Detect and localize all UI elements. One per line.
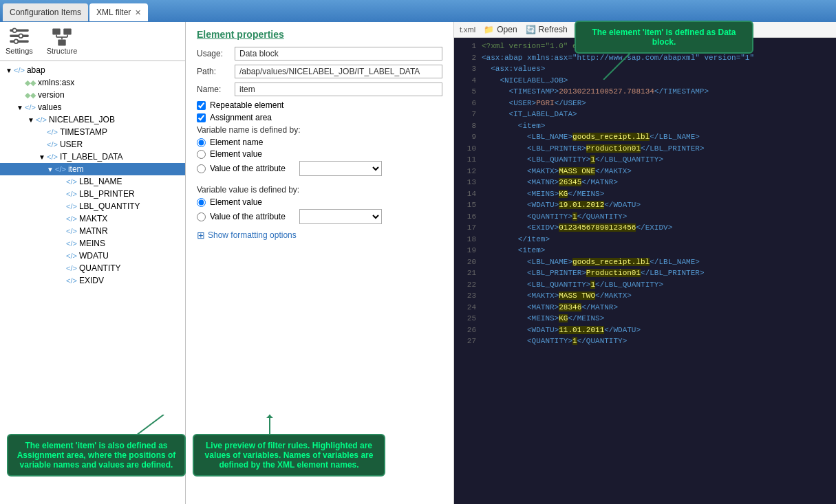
settings-button[interactable]: Settings [6, 28, 33, 55]
tree-item-maktx[interactable]: </> MAKTX [0, 212, 185, 225]
tree-item-user[interactable]: </> USER [0, 138, 185, 151]
line-number: 15 [460, 199, 476, 211]
tag-icon: </> [14, 66, 25, 74]
open-button[interactable]: 📁 Open [484, 25, 517, 34]
xml-line: 4 <NICELABEL_JOB> [460, 75, 830, 87]
callout-bottom-left: The element 'item' is also defined as As… [7, 434, 186, 476]
tag-icon: </> [47, 140, 58, 149]
xml-line: 18 </item> [460, 234, 830, 245]
line-number: 19 [460, 245, 476, 256]
line-text: <LBL_PRINTER>Production01</LBL_PRINTER> [482, 143, 704, 155]
line-number: 5 [460, 86, 476, 98]
svg-point-5 [14, 39, 18, 43]
path-row: Path: [197, 65, 442, 78]
line-text: <MAKTX>MASS TWO</MAKTX> [482, 290, 632, 302]
right-panel: Element properties Usage: Path: Name: [186, 22, 836, 504]
xml-line: 26 <WDATU>11.01.2011</WDATU> [460, 325, 830, 336]
radio-attr-value2[interactable] [197, 212, 206, 221]
line-text: <LBL_NAME>goods_receipt.lbl</LBL_NAME> [482, 256, 700, 268]
tree-item-exidv[interactable]: </> EXIDV [0, 274, 185, 287]
name-label: Name: [197, 85, 235, 94]
show-formatting-btn[interactable]: ⊞ Show formatting options [197, 230, 442, 241]
close-tab-icon[interactable]: ✕ [135, 8, 141, 17]
tag-icon: </> [66, 177, 77, 186]
tree-item-values[interactable]: ▼ </> values [0, 101, 185, 113]
var-value-section: Variable value is defined by: Element va… [197, 185, 442, 224]
assignment-checkbox[interactable] [197, 113, 206, 122]
usage-input[interactable] [235, 47, 442, 61]
xml-line: 27 <QUANTITY>1</QUANTITY> [460, 336, 830, 347]
callout-bottom-left-text: The element 'item' is also defined as As… [17, 441, 176, 470]
radio-attr-value2-row: Value of the attribute [197, 209, 442, 224]
tree-item-xmlns[interactable]: ◆◆ xmlns:asx [0, 76, 185, 89]
tag-icon: </> [66, 239, 77, 248]
assignment-label: Assignment area [210, 113, 272, 122]
tree-item-matnr[interactable]: </> MATNR [0, 225, 185, 237]
line-text: <LBL_QUANTITY>1</LBL_QUANTITY> [482, 279, 663, 291]
line-text: <EXIDV>01234567890123456</EXIDV> [482, 222, 672, 234]
radio-sections: Variable name is defined by: Element nam… [197, 125, 442, 178]
tree-item-meins[interactable]: </> MEINS [0, 237, 185, 250]
callout-bottom-center-text: Live preview of filter rules. Highlighte… [205, 441, 374, 470]
line-text: <MATNR>28346</MATNR> [482, 302, 618, 314]
radio-attr-value1[interactable] [197, 164, 206, 173]
line-number: 22 [460, 279, 476, 291]
tree-item-nicelabel[interactable]: ▼ </> NICELABEL_JOB [0, 113, 185, 126]
var-name-col: Variable name is defined by: Element nam… [197, 125, 442, 178]
tree-item-version[interactable]: ◆◆ version [0, 89, 185, 101]
usage-row: Usage: [197, 47, 442, 61]
line-text: <LBL_QUANTITY>1</LBL_QUANTITY> [482, 154, 663, 166]
tree-item-wdatu[interactable]: </> WDATU [0, 250, 185, 262]
tag-icon: </> [66, 252, 77, 260]
tree-item-lbl-printer[interactable]: </> LBL_PRINTER [0, 188, 185, 200]
xml-line: 19 <item> [460, 245, 830, 256]
expand-icon: ▼ [17, 104, 25, 111]
tree-item-timestamp[interactable]: </> TIMESTAMP [0, 126, 185, 138]
line-number: 21 [460, 267, 476, 279]
structure-icon [51, 28, 73, 47]
attr-select-1[interactable] [299, 161, 382, 176]
xml-line: 21 <LBL_PRINTER>Production01</LBL_PRINTE… [460, 267, 830, 279]
tag-icon: </> [66, 264, 77, 272]
radio-attr-value2-label: Value of the attribute [210, 212, 286, 221]
refresh-button[interactable]: 🔄 Refresh [526, 25, 568, 34]
tab-bar: Configuration Items XML filter ✕ [0, 0, 836, 22]
line-text: <IT_LABEL_DATA> [482, 109, 577, 120]
xml-line: 11 <LBL_QUANTITY>1</LBL_QUANTITY> [460, 154, 830, 166]
radio-element-name[interactable] [197, 138, 206, 147]
tree-item-abap[interactable]: ▼ </> abap [0, 64, 185, 76]
radio-element-value1-row: Element value [197, 149, 442, 159]
xml-filename: t.xml [460, 25, 475, 34]
expand-icon: ▼ [6, 67, 14, 74]
xml-line: 5 <TIMESTAMP>20130221100527.788134</TIME… [460, 86, 830, 98]
line-number: 24 [460, 302, 476, 314]
attr-select-2[interactable] [299, 209, 382, 224]
line-number: 7 [460, 109, 476, 120]
line-text: <NICELABEL_JOB> [482, 75, 568, 87]
expand-icon: ▼ [39, 153, 47, 161]
line-text: <WDATU>19.01.2012</WDATU> [482, 199, 641, 211]
name-input[interactable] [235, 83, 442, 96]
repeatable-checkbox[interactable] [197, 101, 206, 110]
tree-item-lbl-name[interactable]: </> LBL_NAME [0, 175, 185, 188]
radio-element-value2[interactable] [197, 198, 206, 207]
line-number: 12 [460, 166, 476, 177]
tree-item-item[interactable]: ▼ </> item [0, 163, 185, 175]
tree-item-quantity[interactable]: </> QUANTITY [0, 262, 185, 274]
xml-line: 13 <MATNR>26345</MATNR> [460, 177, 830, 188]
attr-icon: ◆◆ [25, 78, 36, 87]
svg-rect-6 [52, 28, 60, 34]
structure-label: Structure [47, 47, 78, 55]
xml-content[interactable]: 1<?xml version="1.0" encoding="utf-8"?>2… [454, 38, 836, 504]
tree-item-it-label[interactable]: ▼ </> IT_LABEL_DATA [0, 151, 185, 163]
tree-item-lbl-quantity[interactable]: </> LBL_QUANTITY [0, 200, 185, 212]
tab-configuration-items[interactable]: Configuration Items [3, 3, 88, 21]
xml-line: 3 <asx:values> [460, 63, 830, 75]
path-input[interactable] [235, 65, 442, 78]
radio-element-value1[interactable] [197, 150, 206, 159]
structure-button[interactable]: Structure [47, 28, 78, 55]
radio-element-name-label: Element name [210, 138, 263, 147]
svg-rect-8 [58, 39, 65, 45]
tab-xml-filter[interactable]: XML filter ✕ [89, 3, 148, 21]
line-text: <item> [482, 245, 545, 256]
